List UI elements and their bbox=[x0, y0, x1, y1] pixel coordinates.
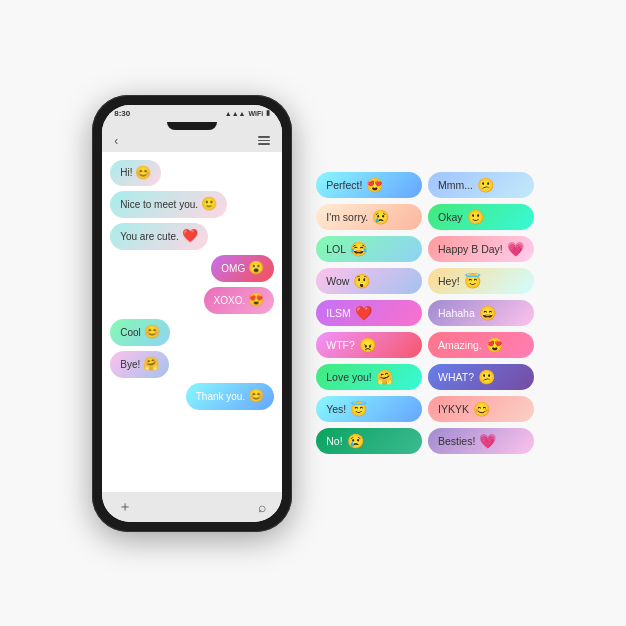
sticker-emoji: 💗 bbox=[507, 241, 524, 257]
phone-screen: 8:30 ▲▲▲ WiFi ▮ ‹ bbox=[102, 105, 282, 522]
sticker-chip-7[interactable]: Hey!😇 bbox=[428, 268, 534, 294]
sticker-chip-16[interactable]: No!😢 bbox=[316, 428, 422, 454]
chat-area: Hi! 😊 Nice to meet you. 🙂 You are cute. … bbox=[102, 152, 282, 492]
bubble-emoji: ❤️ bbox=[182, 228, 198, 245]
status-bar: 8:30 ▲▲▲ WiFi ▮ bbox=[102, 105, 282, 122]
back-arrow[interactable]: ‹ bbox=[114, 134, 118, 148]
sticker-text: No! bbox=[326, 435, 342, 447]
bubble-emoji: 😊 bbox=[135, 165, 151, 182]
sticker-text: Wow bbox=[326, 275, 349, 287]
sticker-text: Okay bbox=[438, 211, 463, 223]
bubble-text: Hi! bbox=[120, 166, 132, 179]
sticker-emoji: 😍 bbox=[486, 337, 503, 353]
sticker-chip-2[interactable]: I'm sorry.😢 bbox=[316, 204, 422, 230]
battery-icon: ▮ bbox=[266, 109, 270, 117]
sticker-chip-1[interactable]: Mmm...😕 bbox=[428, 172, 534, 198]
notch-area bbox=[102, 122, 282, 130]
sticker-emoji: 🙂 bbox=[467, 209, 484, 225]
status-icons: ▲▲▲ WiFi ▮ bbox=[225, 109, 271, 117]
sticker-text: ILSM bbox=[326, 307, 351, 319]
sticker-chip-11[interactable]: Amazing.😍 bbox=[428, 332, 534, 358]
sticker-chip-8[interactable]: ILSM❤️ bbox=[316, 300, 422, 326]
sticker-text: Amazing. bbox=[438, 339, 482, 351]
sticker-text: Perfect! bbox=[326, 179, 362, 191]
sticker-text: LOL bbox=[326, 243, 346, 255]
phone: 8:30 ▲▲▲ WiFi ▮ ‹ bbox=[92, 95, 292, 532]
sticker-chip-10[interactable]: WTF?😠 bbox=[316, 332, 422, 358]
sticker-chip-13[interactable]: WHAT?😕 bbox=[428, 364, 534, 390]
stickers-grid: Perfect!😍Mmm...😕I'm sorry.😢Okay🙂LOL😂Happ… bbox=[316, 172, 534, 454]
menu-lines[interactable] bbox=[258, 136, 270, 145]
sticker-chip-5[interactable]: Happy B Day!💗 bbox=[428, 236, 534, 262]
search-icon[interactable]: ⌕ bbox=[258, 499, 266, 515]
sticker-chip-0[interactable]: Perfect!😍 bbox=[316, 172, 422, 198]
sticker-text: Mmm... bbox=[438, 179, 473, 191]
sticker-emoji: 😕 bbox=[478, 369, 495, 385]
bubble-emoji: 😮 bbox=[248, 260, 264, 277]
bubble-cute: You are cute. ❤️ bbox=[110, 223, 208, 250]
bubble-xoxo: XOXO. 😍 bbox=[204, 287, 275, 314]
sticker-emoji: 😲 bbox=[353, 273, 370, 289]
sticker-text: WTF? bbox=[326, 339, 355, 351]
sticker-emoji: 😢 bbox=[372, 209, 389, 225]
sticker-text: Love you! bbox=[326, 371, 372, 383]
bubble-bye: Bye! 🤗 bbox=[110, 351, 169, 378]
bubble-text: Bye! bbox=[120, 358, 140, 371]
plus-icon[interactable]: ＋ bbox=[118, 498, 132, 516]
sticker-emoji: 😂 bbox=[350, 241, 367, 257]
bubble-cool: Cool 😊 bbox=[110, 319, 170, 346]
sticker-chip-4[interactable]: LOL😂 bbox=[316, 236, 422, 262]
sticker-text: Yes! bbox=[326, 403, 346, 415]
notch bbox=[167, 122, 217, 130]
signal-icon: ▲▲▲ bbox=[225, 110, 246, 117]
sticker-emoji: 😍 bbox=[366, 177, 383, 193]
sticker-chip-3[interactable]: Okay🙂 bbox=[428, 204, 534, 230]
bubble-text: Cool bbox=[120, 326, 141, 339]
sticker-emoji: 😇 bbox=[464, 273, 481, 289]
bubble-emoji: 😊 bbox=[144, 324, 160, 341]
bubble-thankyou: Thank you. 😊 bbox=[186, 383, 274, 410]
sticker-chip-12[interactable]: Love you!🤗 bbox=[316, 364, 422, 390]
sticker-text: I'm sorry. bbox=[326, 211, 368, 223]
bubble-hi: Hi! 😊 bbox=[110, 160, 161, 187]
main-container: 8:30 ▲▲▲ WiFi ▮ ‹ bbox=[72, 75, 554, 552]
sticker-emoji: 😢 bbox=[347, 433, 364, 449]
sticker-emoji: 😄 bbox=[479, 305, 496, 321]
bubble-text: You are cute. bbox=[120, 230, 179, 243]
bubble-omg: OMG 😮 bbox=[211, 255, 274, 282]
sticker-chip-14[interactable]: Yes!😇 bbox=[316, 396, 422, 422]
sticker-emoji: 🤗 bbox=[376, 369, 393, 385]
bubble-emoji: 🤗 bbox=[143, 356, 159, 373]
bubble-text: XOXO. bbox=[214, 294, 246, 307]
wifi-icon: WiFi bbox=[249, 110, 264, 117]
sticker-chip-17[interactable]: Besties!💗 bbox=[428, 428, 534, 454]
sticker-chip-9[interactable]: Hahaha😄 bbox=[428, 300, 534, 326]
bubble-emoji: 😊 bbox=[248, 388, 264, 405]
sticker-emoji: 😠 bbox=[359, 337, 376, 353]
bottom-bar: ＋ ⌕ bbox=[102, 492, 282, 522]
nav-bar: ‹ bbox=[102, 130, 282, 152]
bubble-text: Nice to meet you. bbox=[120, 198, 198, 211]
sticker-text: Besties! bbox=[438, 435, 475, 447]
sticker-text: Hahaha bbox=[438, 307, 475, 319]
sticker-text: Hey! bbox=[438, 275, 460, 287]
sticker-emoji: 😕 bbox=[477, 177, 494, 193]
bubble-text: Thank you. bbox=[196, 390, 245, 403]
bubble-emoji: 😍 bbox=[248, 292, 264, 309]
bubble-emoji: 🙂 bbox=[201, 196, 217, 213]
sticker-emoji: 😇 bbox=[350, 401, 367, 417]
sticker-text: Happy B Day! bbox=[438, 243, 503, 255]
sticker-emoji: ❤️ bbox=[355, 305, 372, 321]
sticker-text: WHAT? bbox=[438, 371, 474, 383]
time-display: 8:30 bbox=[114, 109, 130, 118]
sticker-chip-6[interactable]: Wow😲 bbox=[316, 268, 422, 294]
sticker-emoji: 💗 bbox=[479, 433, 496, 449]
sticker-chip-15[interactable]: IYKYK😊 bbox=[428, 396, 534, 422]
bubble-text: OMG bbox=[221, 262, 245, 275]
bubble-meet: Nice to meet you. 🙂 bbox=[110, 191, 227, 218]
phone-outer: 8:30 ▲▲▲ WiFi ▮ ‹ bbox=[92, 95, 292, 532]
sticker-emoji: 😊 bbox=[473, 401, 490, 417]
sticker-text: IYKYK bbox=[438, 403, 469, 415]
